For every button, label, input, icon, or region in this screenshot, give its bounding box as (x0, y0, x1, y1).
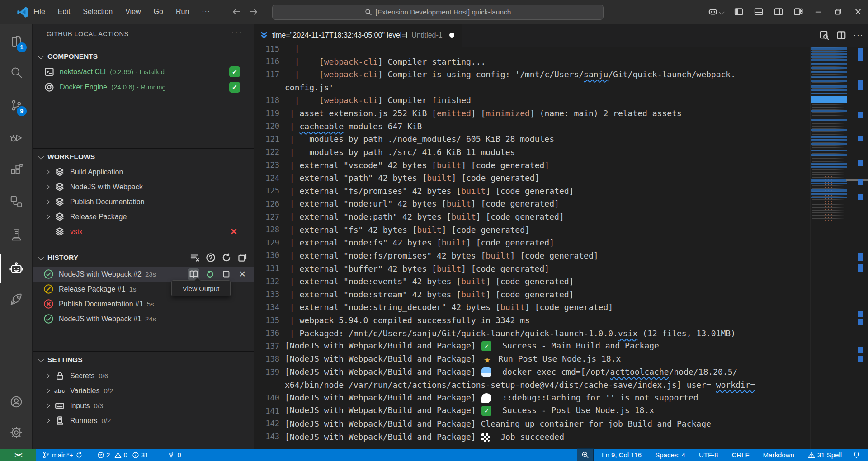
line-number: 119 (254, 109, 279, 118)
workflow-layers-icon (54, 182, 66, 192)
menu-more[interactable]: ··· (196, 5, 216, 18)
cursor-position[interactable]: Ln 9, Col 116 (598, 449, 646, 461)
help-icon[interactable] (206, 253, 216, 263)
language-mode[interactable]: Markdown (759, 449, 798, 461)
search-view-icon[interactable] (0, 58, 32, 87)
editor-line-wrap: x64/bin/node /var/run/act/actions/action… (254, 378, 868, 391)
line-number: 125 (254, 186, 279, 195)
settings-row-variables[interactable]: abcVariables0/2 (33, 383, 254, 398)
refresh-icon[interactable] (222, 253, 231, 263)
ports-indicator[interactable]: 0 (163, 449, 185, 461)
line-number: 129 (254, 238, 279, 247)
workflow-row-nodejs-with-webpack[interactable]: NodeJS with Webpack (33, 179, 254, 194)
github-local-actions-icon[interactable] (0, 254, 32, 283)
collapse-all-icon[interactable] (237, 253, 247, 263)
eol-sequence[interactable]: CRLF (727, 449, 753, 461)
accounts-icon[interactable] (0, 387, 32, 416)
editor-line-126: 126 | external "node:url" 42 bytes [buil… (254, 197, 868, 210)
line-number: 140 (254, 393, 279, 402)
split-editor-icon[interactable] (836, 30, 846, 40)
menu-view[interactable]: View (120, 5, 146, 18)
chevron-right-icon (44, 388, 50, 394)
menu-selection[interactable]: Selection (77, 5, 118, 18)
editor-group[interactable]: time="2024-11-17T18:32:43-05:00" level=i… (254, 24, 868, 449)
spell-checker-status[interactable]: 31 Spell (804, 449, 846, 461)
warning-icon (114, 452, 122, 459)
forward-arrow-icon[interactable] (249, 7, 258, 16)
workflows-section-header[interactable]: WORKFLOWS (33, 149, 254, 165)
extensions-icon[interactable] (0, 155, 32, 184)
indentation[interactable]: Spaces: 4 (651, 449, 689, 461)
workflow-label: NodeJS with Webpack (70, 183, 143, 191)
menu-run[interactable]: Run (170, 5, 194, 18)
history-row-4[interactable]: NodeJS with Webpack #124s (33, 311, 254, 326)
editor-line-120: 120 | cacheable modules 647 KiB (254, 120, 868, 133)
component-checkbox[interactable]: ✓ (229, 66, 240, 77)
settings-row-secrets[interactable]: Secrets0/6 (33, 368, 254, 383)
component-row-docker[interactable]: Docker Engine (24.0.6) - Running ✓ (33, 80, 254, 94)
editor-content[interactable]: 115 |116 | [webpack-cli] Compiler starti… (254, 47, 868, 449)
settings-row-inputs[interactable]: Inputs0/3 (33, 398, 254, 413)
history-row-3[interactable]: Publish Documentation #15s (33, 296, 254, 311)
toggle-primary-sidebar-button[interactable] (729, 0, 749, 24)
minimize-button[interactable] (808, 0, 828, 24)
stop-icon[interactable] (220, 268, 232, 280)
line-number: 143 (254, 432, 279, 441)
menu-file[interactable]: File (28, 5, 51, 18)
line-number: 141 (254, 406, 279, 415)
customize-layout-button[interactable] (788, 0, 808, 24)
remote-indicator[interactable]: >< (0, 449, 36, 461)
broadcast-icon (167, 451, 175, 459)
branch-indicator[interactable]: main*+ (38, 449, 87, 461)
restore-button[interactable] (828, 0, 848, 24)
rocket-icon[interactable] (0, 285, 32, 314)
workflow-row-build-application[interactable]: Build Application (33, 165, 254, 179)
editor-line-134: 134 | external "node:string_decoder" 42 … (254, 301, 868, 314)
settings-section-header[interactable]: SETTINGS (33, 352, 254, 367)
workflow-error-icon[interactable]: ✕ (230, 226, 237, 237)
component-checkbox[interactable]: ✓ (229, 82, 240, 93)
components-section-header[interactable]: COMPONENTS (33, 49, 254, 64)
minimap[interactable] (810, 47, 847, 449)
clear-history-icon[interactable] (190, 253, 200, 263)
workflow-row-vsix[interactable]: vsix✕ (33, 224, 254, 239)
source-control-icon[interactable]: 9 (0, 91, 32, 120)
dismiss-icon[interactable]: ✕ (236, 268, 248, 280)
workflow-row-release-package[interactable]: Release Package (33, 209, 254, 224)
copilot-button[interactable] (703, 0, 729, 24)
dirty-indicator[interactable] (449, 33, 454, 38)
close-window-button[interactable] (848, 0, 868, 24)
open-changes-icon[interactable] (819, 30, 829, 40)
chevron-right-icon (44, 169, 50, 175)
toggle-secondary-sidebar-button[interactable] (769, 0, 788, 24)
rerun-icon[interactable] (204, 268, 216, 280)
history-row-1[interactable]: NodeJS with Webpack #223s✕ (33, 267, 254, 282)
back-arrow-icon[interactable] (232, 7, 241, 16)
component-row-act-cli[interactable]: nektos/act CLI (0.2.69) - Installed ✓ (33, 64, 254, 79)
toggle-panel-button[interactable] (749, 0, 769, 24)
notifications-bell-icon[interactable] (849, 449, 864, 461)
menu-edit[interactable]: Edit (52, 5, 76, 18)
line-number: 128 (254, 225, 279, 234)
history-section-header[interactable]: HISTORY (33, 250, 254, 265)
more-actions-icon[interactable]: ··· (854, 30, 863, 40)
editor-line-133: 133 | external "node:stream" 42 bytes [b… (254, 288, 868, 301)
encoding[interactable]: UTF-8 (695, 449, 722, 461)
workflow-row-publish-documentation[interactable]: Publish Documentation (33, 194, 254, 209)
problems-indicator[interactable]: 2 0 31 (93, 449, 152, 461)
explorer-icon[interactable]: 1 (0, 27, 32, 56)
remote-explorer-icon[interactable] (0, 187, 32, 216)
settings-row-runners[interactable]: Runners0/2 (33, 413, 254, 428)
menu-go[interactable]: Go (148, 5, 169, 18)
settings-gear-icon[interactable] (0, 418, 32, 447)
sidebar-more-actions[interactable]: ··· (231, 27, 243, 38)
editor-line-141: 141[NodeJS with Webpack/Build and Packag… (254, 404, 868, 417)
workflow-layers-icon (54, 212, 66, 222)
run-debug-icon[interactable] (0, 123, 32, 152)
workflow-layers-icon (54, 167, 66, 177)
runner-server-icon[interactable] (0, 221, 32, 249)
editor-line-123: 123 | external "vscode" 42 bytes [built]… (254, 159, 868, 172)
overview-ruler[interactable] (857, 47, 864, 449)
command-center[interactable]: [Extension Development Host] quick-launc… (272, 5, 604, 20)
zoom-indicator[interactable] (577, 449, 593, 461)
